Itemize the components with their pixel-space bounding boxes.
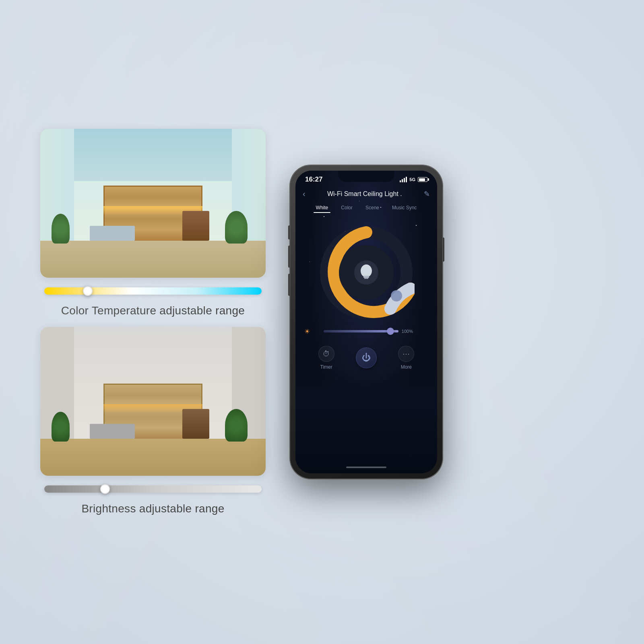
edit-button[interactable]: ✎ — [424, 190, 430, 198]
app-title: Wi-Fi Smart Ceiling Light . — [327, 190, 402, 198]
svg-point-6 — [391, 290, 402, 301]
bright-caption: Brightness adjustable range — [40, 502, 266, 515]
app-header: ‹ Wi-Fi Smart Ceiling Light . ✎ — [295, 186, 437, 202]
signal-bar-4 — [406, 177, 407, 182]
svg-rect-5 — [364, 278, 368, 279]
phone-screen: 16:27 5G — [295, 171, 437, 473]
phone-notch — [338, 171, 394, 182]
more-button[interactable]: ⋯ More — [398, 346, 414, 370]
brightness-value: 100% — [402, 329, 413, 334]
tab-scene[interactable]: Scene — [363, 203, 382, 212]
main-layout: Color Temperature adjustable range — [40, 129, 604, 515]
bright-slider-container[interactable] — [40, 485, 266, 493]
timer-label: Timer — [320, 364, 332, 370]
power-button-circle[interactable]: ⏻ — [356, 347, 377, 368]
more-label: More — [401, 364, 412, 370]
phone-brightness-slider-container[interactable]: ☀ 100% — [303, 329, 429, 334]
temp-slider-thumb[interactable] — [83, 286, 93, 296]
bottom-room-image — [40, 327, 266, 476]
battery-fill — [419, 178, 425, 181]
app-tabs: White Color Scene Music Sync — [295, 202, 437, 216]
circular-control[interactable] — [318, 224, 415, 321]
bright-slider-thumb[interactable] — [100, 484, 110, 494]
signal-bars — [400, 177, 407, 182]
phone-device: 16:27 5G — [290, 165, 443, 479]
brightness-thumb[interactable] — [387, 328, 394, 335]
svg-point-3 — [361, 264, 372, 277]
control-svg — [318, 224, 415, 321]
right-panel: 16:27 5G — [290, 165, 443, 479]
timer-icon: ⏱ — [318, 346, 334, 362]
home-bar — [295, 461, 437, 473]
app-content: ☀ 100% ⏱ — [295, 216, 437, 461]
power-button — [443, 237, 444, 262]
timer-button[interactable]: ⏱ Timer — [318, 346, 334, 370]
tab-music-sync[interactable]: Music Sync — [390, 203, 419, 212]
color-temp-slider[interactable] — [44, 287, 262, 295]
svg-rect-4 — [363, 276, 369, 278]
brightness-slider[interactable] — [44, 485, 262, 493]
signal-bar-2 — [402, 179, 403, 182]
volume-up-button — [288, 246, 290, 268]
top-room-image — [40, 129, 266, 278]
tab-color[interactable]: Color — [339, 203, 355, 212]
phone-screen-content: 16:27 5G — [295, 171, 437, 473]
signal-bar-3 — [404, 178, 405, 182]
tab-white[interactable]: White — [314, 203, 331, 212]
silent-button — [288, 225, 290, 239]
sun-icon: ☀ — [304, 328, 310, 335]
battery-icon — [418, 177, 427, 182]
status-icons: 5G — [400, 177, 427, 182]
phone-bottom-controls: ⏱ Timer ⏻ ⋯ More — [303, 346, 429, 374]
left-panel: Color Temperature adjustable range — [40, 129, 266, 515]
temp-slider-container[interactable] — [40, 287, 266, 295]
power-icon: ⏻ — [362, 353, 371, 363]
home-indicator[interactable] — [346, 466, 386, 468]
phone-brightness-slider[interactable] — [324, 330, 398, 332]
temp-caption: Color Temperature adjustable range — [40, 304, 266, 317]
more-icon: ⋯ — [398, 346, 414, 362]
network-type: 5G — [409, 177, 415, 182]
volume-down-button — [288, 274, 290, 296]
status-time: 16:27 — [305, 175, 322, 184]
phone-frame: 16:27 5G — [290, 165, 443, 479]
signal-bar-1 — [400, 180, 401, 182]
back-button[interactable]: ‹ — [303, 189, 305, 198]
